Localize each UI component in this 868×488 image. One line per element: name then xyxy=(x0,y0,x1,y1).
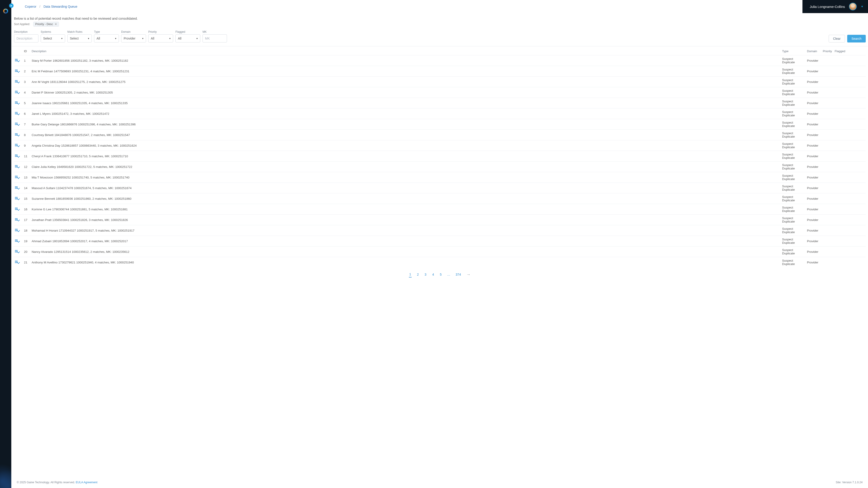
table-row[interactable]: 6Janet L Myers 1000251472, 3 matches, MK… xyxy=(13,108,866,119)
page-link[interactable]: 4 xyxy=(432,272,434,277)
steward-action-icon[interactable] xyxy=(15,165,19,168)
cell-domain: Provider xyxy=(806,108,822,119)
steward-action-icon[interactable] xyxy=(15,175,19,179)
type-select[interactable]: All ▾ xyxy=(94,34,119,42)
col-header-flagged[interactable]: Flagged xyxy=(833,46,847,55)
type-select-value: All xyxy=(96,37,100,40)
table-row[interactable]: 7Burke Gary Delange 1801866876 100025139… xyxy=(13,119,866,130)
page-next-arrow-icon[interactable]: → xyxy=(466,272,470,277)
cell-flagged xyxy=(833,151,847,162)
page-link[interactable]: 3 xyxy=(424,272,427,277)
cell-type: Suspect Duplicate xyxy=(781,87,806,98)
footer-eula-link[interactable]: EULA Agreement xyxy=(76,481,97,484)
table-row[interactable]: 2Eric M Feldman 1477509693 1000251231, 4… xyxy=(13,66,866,76)
filter-label-systems: Systems xyxy=(41,30,65,33)
page-link-last[interactable]: 374 xyxy=(455,272,461,277)
steward-action-icon[interactable] xyxy=(15,197,19,200)
breadcrumb-root[interactable]: Coperor xyxy=(25,5,36,8)
cell-type: Suspect Duplicate xyxy=(781,66,806,76)
matchrules-select[interactable]: Select ▾ xyxy=(67,34,92,42)
flagged-select[interactable]: All ▾ xyxy=(176,34,200,42)
steward-action-icon[interactable] xyxy=(15,186,19,189)
table-row[interactable]: 5Joanne Isaacs 1902105661 1000251335, 4 … xyxy=(13,98,866,108)
table-row[interactable]: 4Daniel P Skinner 1000251305, 2 matches,… xyxy=(13,87,866,98)
table-row[interactable]: 21Anthony M Avellino 1730279621 10002519… xyxy=(13,257,866,268)
steward-action-icon[interactable] xyxy=(15,133,19,136)
steward-action-icon[interactable] xyxy=(15,112,19,115)
user-bar[interactable]: Julia Longname-Collins ▼ xyxy=(802,0,868,13)
filter-label-domain: Domain xyxy=(121,30,146,33)
cell-description: Daniel P Skinner 1000251305, 2 matches, … xyxy=(30,87,781,98)
cell-id: 19 xyxy=(23,236,30,247)
cell-domain: Provider xyxy=(806,172,822,183)
breadcrumb-page[interactable]: Data Stewarding Queue xyxy=(43,5,77,8)
cell-type: Suspect Duplicate xyxy=(781,204,806,215)
cell-domain: Provider xyxy=(806,257,822,268)
sidebar-toggle-badge[interactable]: ▶ xyxy=(9,3,13,8)
steward-action-icon[interactable] xyxy=(15,229,19,232)
app-logo-icon[interactable] xyxy=(3,8,8,13)
mk-input-field[interactable] xyxy=(205,37,224,40)
table-row[interactable]: 16Korinne G Lee 1790306744 1000251881, 5… xyxy=(13,204,866,215)
steward-action-icon[interactable] xyxy=(15,154,19,158)
steward-action-icon[interactable] xyxy=(15,80,19,83)
steward-action-icon[interactable] xyxy=(15,123,19,126)
priority-select-value: All xyxy=(151,37,154,40)
table-row[interactable]: 13Mia T Mowzoon 1568959252 1000251740, 5… xyxy=(13,172,866,183)
table-row[interactable]: 19Ahmad Zubairi 1801852694 1000252017, 4… xyxy=(13,236,866,247)
table-row[interactable]: 8Courtney Birkett 1841848876 1000251547,… xyxy=(13,130,866,140)
sort-chip[interactable]: Priority - Desc ✕ xyxy=(33,22,59,27)
cell-type: Suspect Duplicate xyxy=(781,76,806,87)
cell-flagged xyxy=(833,140,847,151)
steward-action-icon[interactable] xyxy=(15,69,19,72)
avatar[interactable] xyxy=(849,3,857,10)
steward-action-icon[interactable] xyxy=(15,260,19,264)
col-header-type[interactable]: Type xyxy=(781,46,806,55)
table-row[interactable]: 18Mohamad H Horani 1710944327 1000251917… xyxy=(13,225,866,236)
sort-chip-remove-icon[interactable]: ✕ xyxy=(55,23,57,26)
results-table: ID Description Type Domain Priority Flag… xyxy=(13,46,866,267)
page-link[interactable]: 2 xyxy=(416,272,419,277)
table-row[interactable]: 20Nancy Alvarado 1295131514 1000235612, … xyxy=(13,247,866,257)
table-row[interactable]: 1Stacy M Porter 1962601856 1000251182, 3… xyxy=(13,55,866,66)
col-header-priority[interactable]: Priority xyxy=(822,46,833,55)
table-row[interactable]: 12Claire Julia Kelley 1649581620 1000251… xyxy=(13,162,866,172)
table-row[interactable]: 17Jonathan Pratt 1356503841 1000251826, … xyxy=(13,215,866,225)
table-row[interactable]: 3Ann M Voght 1831126044 1000251275, 2 ma… xyxy=(13,76,866,87)
page-ellipsis: … xyxy=(447,273,450,276)
steward-action-icon[interactable] xyxy=(15,101,19,104)
col-header-description[interactable]: Description xyxy=(30,46,781,55)
clear-button[interactable]: Clear xyxy=(829,35,845,42)
chevron-down-icon: ▾ xyxy=(88,37,89,40)
cell-flagged xyxy=(833,55,847,66)
cell-description: Korinne G Lee 1790306744 1000251881, 5 m… xyxy=(30,204,781,215)
user-menu-caret-icon[interactable]: ▼ xyxy=(861,5,864,8)
table-row[interactable]: 15Suzanne Bennett 1881659936 1000251860,… xyxy=(13,193,866,204)
page-link[interactable]: 5 xyxy=(439,272,442,277)
steward-action-icon[interactable] xyxy=(15,59,19,62)
description-input[interactable] xyxy=(14,34,38,42)
table-row[interactable]: 9Angela Christina Day 1528618857 1000663… xyxy=(13,140,866,151)
cell-flagged xyxy=(833,183,847,193)
steward-action-icon[interactable] xyxy=(15,239,19,242)
table-row[interactable]: 11Cheryl A Frank 1336410877 1000251710, … xyxy=(13,151,866,162)
steward-action-icon[interactable] xyxy=(15,144,19,147)
mk-input[interactable] xyxy=(203,34,227,42)
cell-flagged xyxy=(833,66,847,76)
description-input-field[interactable] xyxy=(17,37,36,40)
table-row[interactable]: 14Masoud A Sultani 1104237478 1000251674… xyxy=(13,183,866,193)
col-header-domain[interactable]: Domain xyxy=(806,46,822,55)
domain-select[interactable]: Provider ▾ xyxy=(121,34,146,42)
cell-domain: Provider xyxy=(806,247,822,257)
systems-select[interactable]: Select ▾ xyxy=(41,34,65,42)
col-header-id[interactable]: ID xyxy=(23,46,30,55)
steward-action-icon[interactable] xyxy=(15,207,19,210)
priority-select[interactable]: All ▾ xyxy=(148,34,173,42)
steward-action-icon[interactable] xyxy=(15,250,19,253)
cell-flagged xyxy=(833,76,847,87)
steward-action-icon[interactable] xyxy=(15,91,19,94)
search-button[interactable]: Search xyxy=(847,35,866,42)
cell-domain: Provider xyxy=(806,140,822,151)
steward-action-icon[interactable] xyxy=(15,218,19,221)
page-link[interactable]: 1 xyxy=(409,271,412,278)
